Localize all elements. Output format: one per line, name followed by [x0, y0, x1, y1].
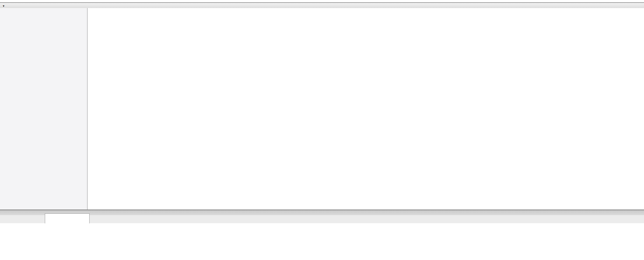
tab-counter-sample[interactable] [45, 213, 90, 224]
track-sidebar [0, 8, 88, 210]
counter-sample-table [0, 223, 644, 260]
tab-strip [0, 215, 644, 223]
trace-viewer: ▾ [0, 0, 644, 260]
triangle-down-icon: ▾ [3, 4, 5, 8]
top-strip [0, 0, 644, 2]
timeline-chart-area[interactable] [88, 8, 644, 210]
details-panel [0, 215, 644, 260]
